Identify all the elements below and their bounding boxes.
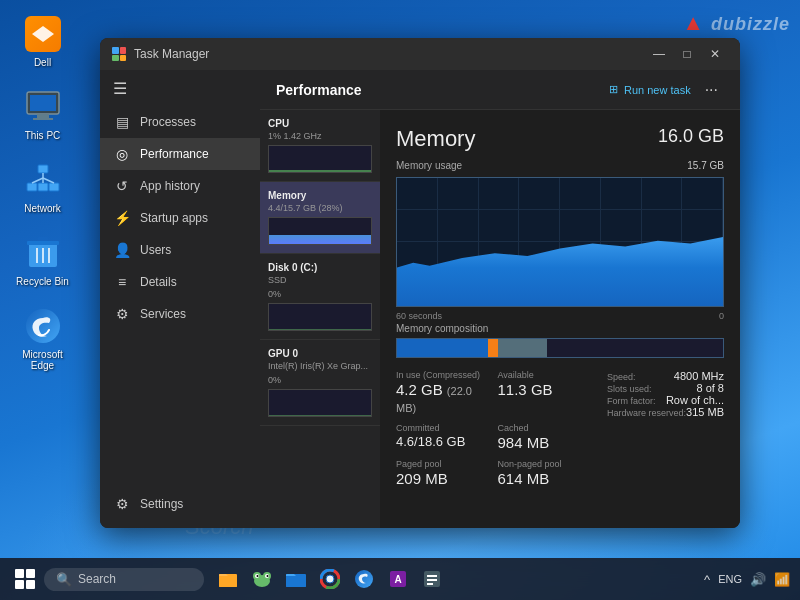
taskbar-chrome-icon[interactable]	[314, 563, 346, 595]
performance-content: CPU 1% 1.42 GHz Memory 4.4/15.7 GB (28%)	[260, 110, 740, 528]
maximize-button[interactable]: □	[674, 44, 700, 64]
svg-point-32	[326, 575, 334, 583]
sidebar-item-processes[interactable]: ▤ Processes	[100, 106, 260, 138]
memory-graph	[268, 217, 372, 245]
dubizzle-logo-icon: ▲	[682, 10, 705, 35]
svg-rect-4	[38, 165, 48, 173]
disk-type: SSD	[268, 275, 372, 285]
network-tray-icon[interactable]: 📶	[774, 572, 790, 587]
close-button[interactable]: ✕	[702, 44, 728, 64]
sidebar-item-details[interactable]: ≡ Details	[100, 266, 260, 298]
svg-point-26	[267, 575, 269, 577]
tm-sidebar: ☰ ▤ Processes ◎ Performance ↺ App histor…	[100, 70, 260, 528]
stats-right: Speed: 4800 MHz Slots used: 8 of 8 Form …	[607, 370, 724, 495]
volume-icon[interactable]: 🔊	[750, 572, 766, 587]
taskbar-edge-icon[interactable]	[348, 563, 380, 595]
device-item-memory[interactable]: Memory 4.4/15.7 GB (28%)	[260, 182, 380, 254]
memory-usage: 4.4/15.7 GB (28%)	[268, 203, 372, 213]
svg-line-9	[32, 178, 43, 183]
sidebar-item-performance[interactable]: ◎ Performance	[100, 138, 260, 170]
svg-rect-28	[286, 576, 306, 587]
services-icon: ⚙	[114, 306, 130, 322]
stat-hardware-reserved: Hardware reserved: 315 MB	[607, 406, 724, 418]
language-indicator[interactable]: ENG	[718, 573, 742, 585]
stat-speed-value: 4800 MHz	[674, 370, 724, 382]
sidebar-item-label-performance: Performance	[140, 147, 209, 161]
stat-form-value: Row of ch...	[666, 394, 724, 406]
desktop-icon-edge[interactable]: Microsoft Edge	[10, 307, 75, 371]
taskbar-apps: A	[212, 563, 448, 595]
svg-point-17	[26, 309, 60, 343]
run-new-task-button[interactable]: ⊞ Run new task	[601, 79, 699, 100]
svg-line-10	[43, 178, 54, 183]
mem-seg-standby	[498, 339, 547, 357]
hamburger-menu-icon[interactable]: ☰	[100, 70, 140, 106]
recycle-bin-icon	[24, 234, 62, 272]
device-item-disk[interactable]: Disk 0 (C:) SSD 0%	[260, 254, 380, 340]
stat-in-use-label: In use (Compressed)	[396, 370, 490, 380]
taskbar-frog-icon[interactable]	[246, 563, 278, 595]
taskbar-app6-icon[interactable]: A	[382, 563, 414, 595]
disk-usage: 0%	[268, 289, 372, 299]
svg-rect-13	[38, 237, 48, 241]
svg-rect-38	[427, 579, 437, 581]
desktop-icon-this-pc[interactable]: This PC	[10, 88, 75, 141]
desktop-icon-recycle-bin[interactable]: Recycle Bin	[10, 234, 75, 287]
mem-seg-inuse	[397, 339, 488, 357]
sidebar-item-label-processes: Processes	[140, 115, 196, 129]
sidebar-item-label-details: Details	[140, 275, 177, 289]
device-item-gpu[interactable]: GPU 0 Intel(R) Iris(R) Xe Grap... 0%	[260, 340, 380, 426]
memory-composition-bar	[396, 338, 724, 358]
sidebar-item-label-services: Services	[140, 307, 186, 321]
graph-time-value: 0	[719, 311, 724, 321]
taskbar: 🔍 Search	[0, 558, 800, 600]
stat-form-factor: Form factor: Row of ch...	[607, 394, 724, 406]
window-controls: — □ ✕	[646, 44, 728, 64]
performance-header: Performance ⊞ Run new task ···	[260, 70, 740, 110]
edge-label: Microsoft Edge	[10, 349, 75, 371]
taskbar-folder-icon[interactable]	[280, 563, 312, 595]
svg-rect-39	[427, 583, 433, 585]
start-button[interactable]	[10, 564, 40, 594]
stat-paged-label: Paged pool	[396, 459, 490, 469]
cpu-usage: 1% 1.42 GHz	[268, 131, 372, 141]
tm-main: Performance ⊞ Run new task ··· CPU 1% 1.…	[260, 70, 740, 528]
memory-main-graph	[396, 177, 724, 307]
stat-in-use: In use (Compressed) 4.2 GB (22.0 MB)	[396, 370, 490, 415]
stats-area: In use (Compressed) 4.2 GB (22.0 MB) Ava…	[396, 370, 724, 495]
taskbar-right: ^ ENG 🔊 📶	[704, 572, 790, 587]
gpu-graph	[268, 389, 372, 417]
disk-name: Disk 0 (C:)	[268, 262, 372, 273]
this-pc-label: This PC	[25, 130, 61, 141]
minimize-button[interactable]: —	[646, 44, 672, 64]
stat-cached-value: 984 MB	[498, 434, 592, 451]
taskbar-file-explorer-icon[interactable]	[212, 563, 244, 595]
stat-committed-label: Committed	[396, 423, 490, 433]
svg-rect-7	[49, 183, 59, 191]
device-item-cpu[interactable]: CPU 1% 1.42 GHz	[260, 110, 380, 182]
desktop-icon-dell[interactable]: Dell	[10, 15, 75, 68]
tray-chevron-icon[interactable]: ^	[704, 572, 710, 587]
cpu-name: CPU	[268, 118, 372, 129]
gpu-sub: Intel(R) Iris(R) Xe Grap...	[268, 361, 372, 371]
taskbar-app7-icon[interactable]	[416, 563, 448, 595]
sidebar-item-app-history[interactable]: ↺ App history	[100, 170, 260, 202]
sidebar-item-startup-apps[interactable]: ⚡ Startup apps	[100, 202, 260, 234]
app-history-icon: ↺	[114, 178, 130, 194]
sidebar-item-services[interactable]: ⚙ Services	[100, 298, 260, 330]
sidebar-item-users[interactable]: 👤 Users	[100, 234, 260, 266]
stat-hardware-value: 315 MB	[686, 406, 724, 418]
dell-label: Dell	[34, 57, 51, 68]
recycle-bin-label: Recycle Bin	[16, 276, 69, 287]
more-options-button[interactable]: ···	[699, 77, 724, 103]
this-pc-icon	[24, 88, 62, 126]
task-manager-icon	[112, 47, 126, 61]
startup-apps-icon: ⚡	[114, 210, 130, 226]
memory-composition-label: Memory composition	[396, 323, 724, 334]
desktop-icon-network[interactable]: Network	[10, 161, 75, 214]
taskbar-search[interactable]: 🔍 Search	[44, 568, 204, 591]
stat-slots-value: 8 of 8	[696, 382, 724, 394]
sidebar-item-settings[interactable]: ⚙ Settings	[100, 488, 260, 520]
edge-icon	[24, 307, 62, 345]
sidebar-item-label-app-history: App history	[140, 179, 200, 193]
